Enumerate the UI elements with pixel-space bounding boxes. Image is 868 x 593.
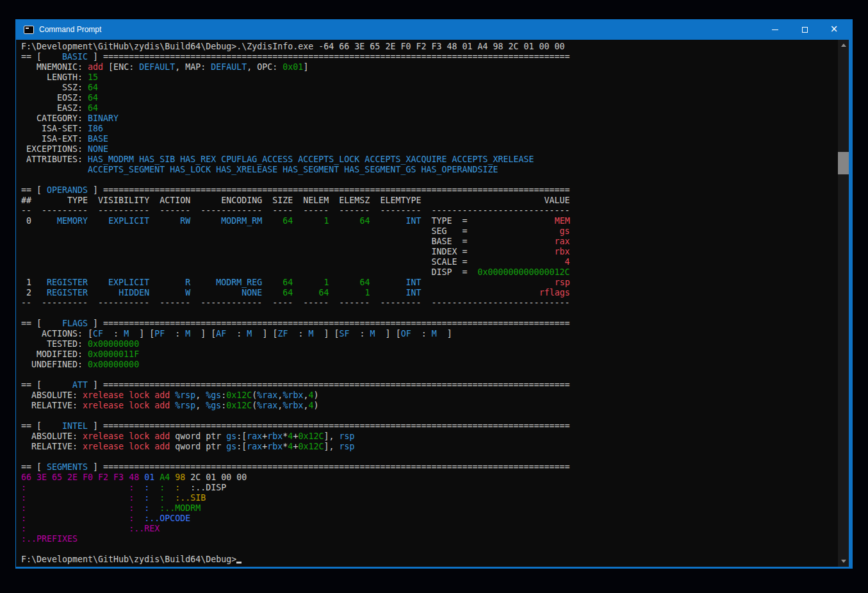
maximize-icon: [802, 27, 808, 33]
terminal-line: : : : : :..SIB: [21, 493, 838, 503]
terminal-line: == [ FLAGS ] ===========================…: [21, 319, 838, 329]
terminal-line: == [ OPERANDS ] ========================…: [21, 185, 838, 196]
close-button[interactable]: ×: [819, 19, 849, 40]
terminal-line: : : :..OPCODE: [21, 514, 838, 524]
command-prompt-window: Command Prompt × F:\Development\GitHub\z…: [15, 19, 853, 569]
terminal-line: == [ ATT ] =============================…: [21, 380, 838, 390]
terminal-line: ABSOLUTE: xrelease lock add %rsp, %gs:0x…: [21, 390, 838, 401]
terminal-cursor: [236, 562, 242, 564]
terminal-line: ACTIONS: [CF : M ] [PF : M ] [AF : M ] […: [21, 329, 838, 339]
terminal-line: ACCEPTS_SEGMENT HAS_LOCK HAS_XRELEASE HA…: [21, 165, 838, 175]
titlebar[interactable]: Command Prompt ×: [16, 19, 849, 40]
terminal-line: : : : : : :..DISP: [21, 483, 838, 493]
maximize-button[interactable]: [790, 19, 819, 40]
terminal-line: RELATIVE: xrelease lock add %rsp, %gs:0x…: [21, 401, 838, 411]
terminal-line: 1 REGISTER EXPLICIT R MODRM_REG 64 1 64 …: [21, 278, 838, 288]
terminal-line: : :..REX: [21, 524, 838, 534]
terminal-line: F:\Development\GitHub\zydis\Build64\Debu…: [21, 42, 838, 52]
terminal-line: ## TYPE VISIBILITY ACTION ENCODING SIZE …: [21, 196, 838, 206]
terminal-line: [21, 544, 838, 555]
terminal-line: [21, 452, 838, 462]
terminal-line: == [ BASIC ] ===========================…: [21, 52, 838, 62]
terminal-line: ATTRIBUTES: HAS_MODRM HAS_SIB HAS_REX CP…: [21, 155, 838, 165]
terminal-line: DISP = 0x000000000000012C: [21, 267, 838, 278]
terminal-line: BASE = rax: [21, 237, 838, 247]
terminal-line: MNEMONIC: add [ENC: DEFAULT, MAP: DEFAUL…: [21, 62, 838, 72]
terminal-line: RELATIVE: xrelease lock add qword ptr gs…: [21, 442, 838, 452]
terminal-line: 66 3E 65 2E F0 F2 F3 48 01 A4 98 2C 01 0…: [21, 472, 838, 483]
close-icon: ×: [830, 24, 839, 34]
terminal-line: == [ INTEL ] ===========================…: [21, 421, 838, 431]
scroll-down-button[interactable]: [838, 556, 849, 567]
terminal-line: == [ SEGMENTS ] ========================…: [21, 462, 838, 472]
terminal-line: UNDEFINED: 0x00000000: [21, 360, 838, 370]
minimize-button[interactable]: [760, 19, 790, 40]
scrollbar-thumb[interactable]: [838, 152, 849, 174]
terminal-line: MODIFIED: 0x0000011F: [21, 349, 838, 360]
terminal-line: EOSZ: 64: [21, 93, 838, 103]
terminal-line: SSZ: 64: [21, 83, 838, 93]
terminal-area: F:\Development\GitHub\zydis\Build64\Debu…: [16, 40, 849, 567]
terminal-line: ISA-SET: I86: [21, 124, 838, 134]
terminal-line: SCALE = 4: [21, 257, 838, 267]
scroll-down-icon: [841, 560, 846, 563]
terminal-output[interactable]: F:\Development\GitHub\zydis\Build64\Debu…: [16, 40, 838, 567]
terminal-line: [21, 411, 838, 421]
minimize-icon: [772, 29, 778, 30]
terminal-line: INDEX = rbx: [21, 247, 838, 257]
terminal-line: EASZ: 64: [21, 103, 838, 113]
window-title: Command Prompt: [39, 25, 101, 34]
terminal-line: :..PREFIXES: [21, 534, 838, 544]
terminal-line: -- --------- ---------- ------ ---------…: [21, 206, 838, 216]
terminal-line: 0 MEMORY EXPLICIT RW MODRM_RM 64 1 64 IN…: [21, 216, 838, 226]
terminal-line: TESTED: 0x00000000: [21, 339, 838, 349]
command-prompt-icon[interactable]: [24, 26, 34, 34]
terminal-line: SEG = gs: [21, 226, 838, 237]
scroll-up-icon: [841, 44, 846, 47]
terminal-line: F:\Development\GitHub\zydis\Build64\Debu…: [21, 555, 838, 565]
terminal-line: LENGTH: 15: [21, 72, 838, 83]
terminal-line: : : : :..MODRM: [21, 503, 838, 514]
terminal-line: EXCEPTIONS: NONE: [21, 144, 838, 155]
scroll-up-button[interactable]: [838, 40, 849, 51]
terminal-line: CATEGORY: BINARY: [21, 113, 838, 124]
terminal-line: ISA-EXT: BASE: [21, 134, 838, 144]
scrollbar[interactable]: [838, 40, 849, 567]
window-controls: ×: [760, 19, 849, 40]
terminal-line: -- --------- ---------- ------ ---------…: [21, 298, 838, 308]
terminal-line: [21, 175, 838, 185]
terminal-line: ABSOLUTE: xrelease lock add qword ptr gs…: [21, 431, 838, 442]
terminal-line: [21, 308, 838, 319]
terminal-line: 2 REGISTER HIDDEN W NONE 64 64 1 INT rfl…: [21, 288, 838, 298]
terminal-line: [21, 370, 838, 380]
